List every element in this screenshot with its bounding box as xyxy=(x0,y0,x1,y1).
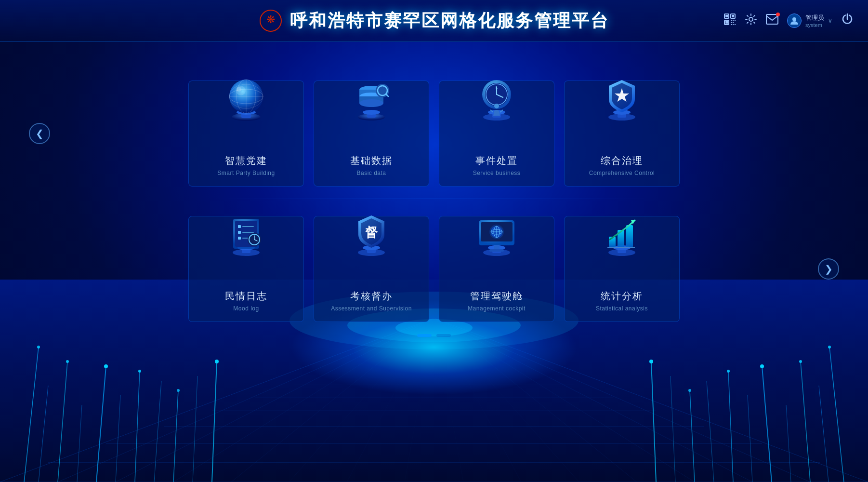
card-comprehensive[interactable]: 综合治理 Comprehensive Control xyxy=(564,80,680,187)
svg-line-53 xyxy=(651,362,656,482)
card-icon-wrap-management xyxy=(468,197,526,260)
power-icon[interactable] xyxy=(841,13,854,28)
svg-rect-129 xyxy=(238,225,241,228)
card-assessment[interactable]: 督 考核督办 Assessment and Supervision xyxy=(314,216,429,322)
card-basic-data[interactable]: 基础数据 Basic data xyxy=(314,80,429,187)
svg-line-37 xyxy=(116,395,120,482)
shield-star-icon xyxy=(595,71,648,124)
svg-line-46 xyxy=(786,405,791,482)
svg-rect-161 xyxy=(626,225,633,247)
card-statistics[interactable]: 统计分析 Statistical analysis xyxy=(564,216,680,322)
row2-cards: 民情日志 Mood log xyxy=(50,216,818,322)
svg-line-49 xyxy=(728,371,733,482)
monitor-icon xyxy=(470,207,523,260)
card-title-cn-assessment: 考核督办 xyxy=(350,290,393,303)
svg-rect-76 xyxy=(735,20,736,21)
card-title-cn-management: 管理驾驶舱 xyxy=(470,290,523,303)
card-title-cn-basic-data: 基础数据 xyxy=(350,154,393,167)
card-management[interactable]: 管理驾驶舱 Management cockpit xyxy=(439,216,554,322)
svg-point-104 xyxy=(359,99,383,107)
svg-line-41 xyxy=(193,376,197,482)
svg-line-40 xyxy=(173,390,178,482)
card-smart-party[interactable]: 智慧党建 Smart Party Building xyxy=(188,80,304,187)
svg-line-33 xyxy=(39,386,48,482)
main-content: ❮ xyxy=(0,42,868,347)
svg-line-34 xyxy=(58,362,67,482)
card-icon-wrap-mood xyxy=(217,197,275,260)
list-clock-icon xyxy=(220,207,273,260)
svg-line-39 xyxy=(154,381,161,482)
header: ❋ 呼和浩特市赛罕区网格化服务管理平台 xyxy=(0,0,868,42)
svg-point-84 xyxy=(792,17,796,21)
card-title-en-mood: Mood log xyxy=(233,305,259,312)
svg-rect-80 xyxy=(731,24,732,25)
svg-rect-71 xyxy=(732,15,734,17)
svg-point-59 xyxy=(215,360,219,363)
svg-line-45 xyxy=(801,362,810,482)
card-title-en-smart-party: Smart Party Building xyxy=(217,170,275,176)
svg-rect-79 xyxy=(735,24,736,25)
card-icon-wrap-smart-party xyxy=(217,62,275,124)
prev-arrow[interactable]: ❮ xyxy=(29,123,50,144)
user-name-label: 管理员 xyxy=(805,13,824,22)
user-name-block: 管理员 system xyxy=(805,13,824,28)
card-title-cn-smart-party: 智慧党建 xyxy=(225,154,267,167)
card-icon-wrap-event: L xyxy=(468,62,526,124)
svg-point-64 xyxy=(688,389,691,392)
svg-rect-148 xyxy=(494,245,500,250)
page-title: 呼和浩特市赛罕区网格化服务管理平台 xyxy=(290,9,609,33)
row2-section: ❮ xyxy=(0,216,868,322)
svg-point-63 xyxy=(727,370,730,373)
svg-line-52 xyxy=(671,376,675,482)
svg-point-96 xyxy=(237,87,241,92)
next-arrow[interactable]: ❯ xyxy=(818,258,839,280)
svg-point-99 xyxy=(363,110,380,115)
page-dot-2[interactable] xyxy=(436,334,451,337)
card-title-cn-statistics: 统计分析 xyxy=(601,290,643,303)
svg-point-57 xyxy=(138,370,141,373)
svg-point-55 xyxy=(66,360,69,363)
card-title-en-basic-data: Basic data xyxy=(356,170,386,176)
mail-notification-dot xyxy=(776,13,780,16)
svg-text:❋: ❋ xyxy=(266,13,275,26)
card-icon-wrap-basic-data xyxy=(342,62,400,124)
user-avatar xyxy=(787,13,802,28)
svg-rect-149 xyxy=(489,249,504,252)
card-title-en-event: Service business xyxy=(473,170,521,176)
svg-point-82 xyxy=(749,17,753,21)
svg-rect-75 xyxy=(733,20,734,21)
svg-line-42 xyxy=(212,362,217,482)
chart-icon xyxy=(595,207,648,260)
card-icon-wrap-statistics xyxy=(593,197,651,260)
svg-point-62 xyxy=(760,364,764,368)
clock-figure-icon: L xyxy=(470,71,523,124)
svg-point-58 xyxy=(177,389,180,392)
svg-line-36 xyxy=(96,366,106,482)
svg-point-56 xyxy=(104,364,108,368)
svg-line-32 xyxy=(24,347,39,482)
svg-rect-131 xyxy=(238,231,241,234)
card-title-en-comprehensive: Comprehensive Control xyxy=(589,170,655,176)
logo: ❋ xyxy=(259,9,283,33)
user-sub-label: system xyxy=(805,22,824,28)
svg-rect-78 xyxy=(733,22,734,23)
svg-rect-77 xyxy=(731,22,732,23)
card-mood-log[interactable]: 民情日志 Mood log xyxy=(188,216,304,322)
svg-line-48 xyxy=(748,395,752,482)
svg-point-65 xyxy=(649,360,653,363)
row-separator xyxy=(217,199,651,199)
settings-icon[interactable] xyxy=(745,13,757,28)
card-icon-wrap-comprehensive xyxy=(593,62,651,124)
svg-line-44 xyxy=(819,386,829,482)
row1-cards: 智慧党建 Smart Party Building xyxy=(50,80,818,187)
card-title-cn-mood: 民情日志 xyxy=(225,290,267,303)
row1-section: ❮ xyxy=(0,80,868,187)
svg-line-50 xyxy=(707,381,714,482)
qr-icon[interactable] xyxy=(723,13,736,28)
card-event-handling[interactable]: L 事件处置 Service business xyxy=(439,80,554,187)
page-dot-1[interactable] xyxy=(417,334,432,337)
pagination xyxy=(417,334,451,337)
user-info[interactable]: 管理员 system ∨ xyxy=(787,13,832,28)
svg-point-61 xyxy=(799,360,802,363)
mail-icon[interactable] xyxy=(766,14,778,27)
